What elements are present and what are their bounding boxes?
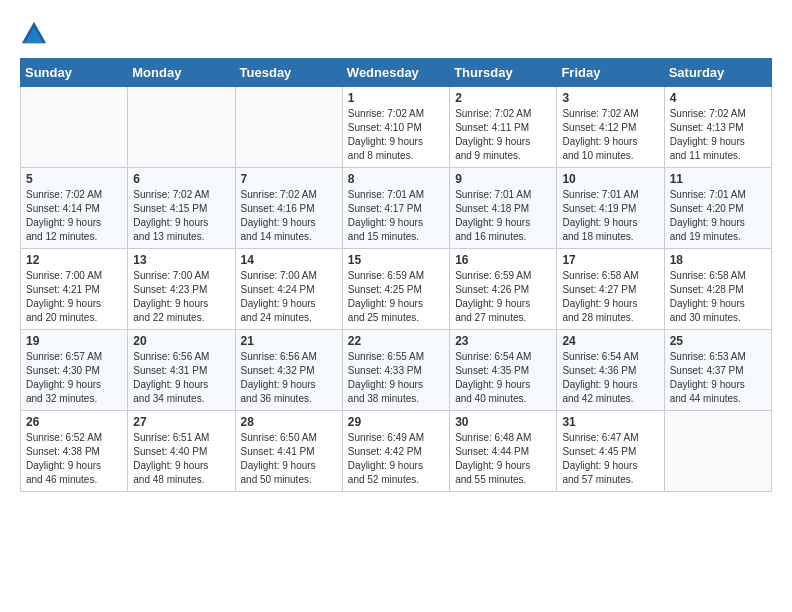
calendar-day-cell: 17Sunrise: 6:58 AM Sunset: 4:27 PM Dayli…	[557, 249, 664, 330]
day-number: 13	[133, 253, 229, 267]
day-info: Sunrise: 7:00 AM Sunset: 4:24 PM Dayligh…	[241, 269, 337, 325]
day-number: 21	[241, 334, 337, 348]
day-info: Sunrise: 7:02 AM Sunset: 4:14 PM Dayligh…	[26, 188, 122, 244]
day-of-week-header: Friday	[557, 59, 664, 87]
calendar-week-row: 12Sunrise: 7:00 AM Sunset: 4:21 PM Dayli…	[21, 249, 772, 330]
day-number: 10	[562, 172, 658, 186]
day-number: 4	[670, 91, 766, 105]
day-number: 12	[26, 253, 122, 267]
calendar-day-cell: 8Sunrise: 7:01 AM Sunset: 4:17 PM Daylig…	[342, 168, 449, 249]
day-info: Sunrise: 6:57 AM Sunset: 4:30 PM Dayligh…	[26, 350, 122, 406]
calendar-day-cell: 23Sunrise: 6:54 AM Sunset: 4:35 PM Dayli…	[450, 330, 557, 411]
day-info: Sunrise: 6:56 AM Sunset: 4:32 PM Dayligh…	[241, 350, 337, 406]
day-info: Sunrise: 7:02 AM Sunset: 4:10 PM Dayligh…	[348, 107, 444, 163]
day-of-week-header: Tuesday	[235, 59, 342, 87]
day-number: 30	[455, 415, 551, 429]
calendar-day-cell: 29Sunrise: 6:49 AM Sunset: 4:42 PM Dayli…	[342, 411, 449, 492]
calendar-day-cell: 26Sunrise: 6:52 AM Sunset: 4:38 PM Dayli…	[21, 411, 128, 492]
calendar-day-cell: 10Sunrise: 7:01 AM Sunset: 4:19 PM Dayli…	[557, 168, 664, 249]
day-info: Sunrise: 6:59 AM Sunset: 4:25 PM Dayligh…	[348, 269, 444, 325]
calendar-day-cell: 4Sunrise: 7:02 AM Sunset: 4:13 PM Daylig…	[664, 87, 771, 168]
day-number: 31	[562, 415, 658, 429]
logo-icon	[20, 20, 48, 48]
calendar-day-cell: 20Sunrise: 6:56 AM Sunset: 4:31 PM Dayli…	[128, 330, 235, 411]
calendar-day-cell	[664, 411, 771, 492]
calendar-week-row: 19Sunrise: 6:57 AM Sunset: 4:30 PM Dayli…	[21, 330, 772, 411]
calendar-day-cell: 7Sunrise: 7:02 AM Sunset: 4:16 PM Daylig…	[235, 168, 342, 249]
day-info: Sunrise: 7:01 AM Sunset: 4:17 PM Dayligh…	[348, 188, 444, 244]
calendar-week-row: 1Sunrise: 7:02 AM Sunset: 4:10 PM Daylig…	[21, 87, 772, 168]
calendar-day-cell: 15Sunrise: 6:59 AM Sunset: 4:25 PM Dayli…	[342, 249, 449, 330]
calendar-day-cell: 21Sunrise: 6:56 AM Sunset: 4:32 PM Dayli…	[235, 330, 342, 411]
day-number: 8	[348, 172, 444, 186]
day-info: Sunrise: 6:55 AM Sunset: 4:33 PM Dayligh…	[348, 350, 444, 406]
day-of-week-header: Monday	[128, 59, 235, 87]
calendar-day-cell: 14Sunrise: 7:00 AM Sunset: 4:24 PM Dayli…	[235, 249, 342, 330]
day-number: 24	[562, 334, 658, 348]
calendar-day-cell: 19Sunrise: 6:57 AM Sunset: 4:30 PM Dayli…	[21, 330, 128, 411]
day-info: Sunrise: 6:56 AM Sunset: 4:31 PM Dayligh…	[133, 350, 229, 406]
calendar-day-cell	[128, 87, 235, 168]
day-number: 26	[26, 415, 122, 429]
day-info: Sunrise: 6:54 AM Sunset: 4:36 PM Dayligh…	[562, 350, 658, 406]
day-info: Sunrise: 7:00 AM Sunset: 4:21 PM Dayligh…	[26, 269, 122, 325]
calendar-day-cell: 18Sunrise: 6:58 AM Sunset: 4:28 PM Dayli…	[664, 249, 771, 330]
day-number: 17	[562, 253, 658, 267]
day-info: Sunrise: 7:02 AM Sunset: 4:13 PM Dayligh…	[670, 107, 766, 163]
day-info: Sunrise: 6:53 AM Sunset: 4:37 PM Dayligh…	[670, 350, 766, 406]
calendar-day-cell: 27Sunrise: 6:51 AM Sunset: 4:40 PM Dayli…	[128, 411, 235, 492]
calendar-week-row: 26Sunrise: 6:52 AM Sunset: 4:38 PM Dayli…	[21, 411, 772, 492]
day-of-week-header: Saturday	[664, 59, 771, 87]
day-number: 14	[241, 253, 337, 267]
day-number: 18	[670, 253, 766, 267]
day-info: Sunrise: 6:49 AM Sunset: 4:42 PM Dayligh…	[348, 431, 444, 487]
calendar-day-cell: 2Sunrise: 7:02 AM Sunset: 4:11 PM Daylig…	[450, 87, 557, 168]
calendar-day-cell: 30Sunrise: 6:48 AM Sunset: 4:44 PM Dayli…	[450, 411, 557, 492]
day-number: 29	[348, 415, 444, 429]
day-number: 3	[562, 91, 658, 105]
day-info: Sunrise: 6:52 AM Sunset: 4:38 PM Dayligh…	[26, 431, 122, 487]
day-number: 23	[455, 334, 551, 348]
day-info: Sunrise: 6:48 AM Sunset: 4:44 PM Dayligh…	[455, 431, 551, 487]
day-number: 15	[348, 253, 444, 267]
day-number: 6	[133, 172, 229, 186]
day-info: Sunrise: 6:50 AM Sunset: 4:41 PM Dayligh…	[241, 431, 337, 487]
day-number: 22	[348, 334, 444, 348]
day-of-week-header: Thursday	[450, 59, 557, 87]
day-info: Sunrise: 6:58 AM Sunset: 4:28 PM Dayligh…	[670, 269, 766, 325]
calendar-day-cell: 3Sunrise: 7:02 AM Sunset: 4:12 PM Daylig…	[557, 87, 664, 168]
day-info: Sunrise: 6:47 AM Sunset: 4:45 PM Dayligh…	[562, 431, 658, 487]
day-number: 25	[670, 334, 766, 348]
day-info: Sunrise: 7:02 AM Sunset: 4:11 PM Dayligh…	[455, 107, 551, 163]
day-info: Sunrise: 7:01 AM Sunset: 4:19 PM Dayligh…	[562, 188, 658, 244]
calendar-week-row: 5Sunrise: 7:02 AM Sunset: 4:14 PM Daylig…	[21, 168, 772, 249]
day-info: Sunrise: 7:02 AM Sunset: 4:15 PM Dayligh…	[133, 188, 229, 244]
day-of-week-header: Wednesday	[342, 59, 449, 87]
day-number: 19	[26, 334, 122, 348]
calendar-day-cell: 11Sunrise: 7:01 AM Sunset: 4:20 PM Dayli…	[664, 168, 771, 249]
calendar-day-cell: 12Sunrise: 7:00 AM Sunset: 4:21 PM Dayli…	[21, 249, 128, 330]
day-info: Sunrise: 6:59 AM Sunset: 4:26 PM Dayligh…	[455, 269, 551, 325]
day-info: Sunrise: 7:01 AM Sunset: 4:18 PM Dayligh…	[455, 188, 551, 244]
calendar-day-cell: 16Sunrise: 6:59 AM Sunset: 4:26 PM Dayli…	[450, 249, 557, 330]
day-number: 11	[670, 172, 766, 186]
day-info: Sunrise: 6:58 AM Sunset: 4:27 PM Dayligh…	[562, 269, 658, 325]
day-number: 1	[348, 91, 444, 105]
calendar-day-cell	[21, 87, 128, 168]
calendar-day-cell: 6Sunrise: 7:02 AM Sunset: 4:15 PM Daylig…	[128, 168, 235, 249]
day-info: Sunrise: 7:02 AM Sunset: 4:12 PM Dayligh…	[562, 107, 658, 163]
day-number: 16	[455, 253, 551, 267]
calendar-day-cell: 5Sunrise: 7:02 AM Sunset: 4:14 PM Daylig…	[21, 168, 128, 249]
calendar-table: SundayMondayTuesdayWednesdayThursdayFrid…	[20, 58, 772, 492]
calendar-day-cell: 24Sunrise: 6:54 AM Sunset: 4:36 PM Dayli…	[557, 330, 664, 411]
day-number: 2	[455, 91, 551, 105]
day-number: 9	[455, 172, 551, 186]
calendar-day-cell: 13Sunrise: 7:00 AM Sunset: 4:23 PM Dayli…	[128, 249, 235, 330]
calendar-day-cell: 31Sunrise: 6:47 AM Sunset: 4:45 PM Dayli…	[557, 411, 664, 492]
calendar-day-cell: 28Sunrise: 6:50 AM Sunset: 4:41 PM Dayli…	[235, 411, 342, 492]
day-number: 7	[241, 172, 337, 186]
calendar-day-cell: 22Sunrise: 6:55 AM Sunset: 4:33 PM Dayli…	[342, 330, 449, 411]
logo	[20, 20, 52, 48]
day-info: Sunrise: 6:54 AM Sunset: 4:35 PM Dayligh…	[455, 350, 551, 406]
day-number: 5	[26, 172, 122, 186]
